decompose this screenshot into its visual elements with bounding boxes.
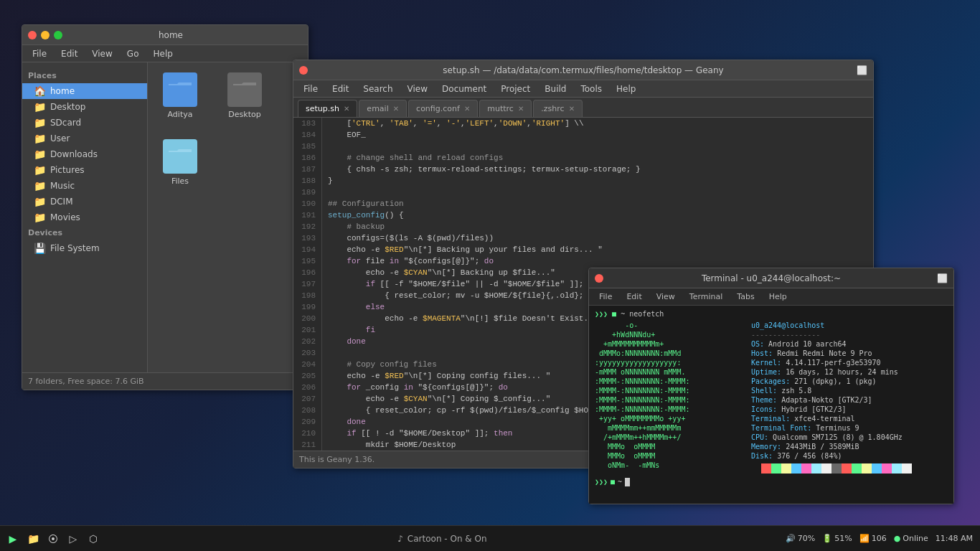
tab-close-setup[interactable]: ✕ <box>344 105 349 113</box>
term-menu-terminal[interactable]: Terminal <box>684 291 729 303</box>
code-line-183: 183 ['CTRL', 'TAB', '=', '-','LEFT','DOW… <box>293 118 873 129</box>
geany-close-button[interactable] <box>299 66 308 75</box>
sidebar-item-filesystem[interactable]: 💾 File System <box>22 240 147 256</box>
file-item-files[interactable]: Files <box>155 136 205 189</box>
geany-title: setup.sh — /data/data/com.termux/files/h… <box>314 65 853 75</box>
taskbar-terminal-icon[interactable]: ▶ <box>6 532 20 546</box>
geany-tab-config[interactable]: config.conf ✕ <box>408 100 478 117</box>
volume-icon: 🔊 <box>786 534 796 543</box>
terminal-title: Terminal - u0_a244@localhost:~ <box>609 273 933 283</box>
term-menu-edit[interactable]: Edit <box>621 291 647 303</box>
geany-menu-tools[interactable]: Tools <box>575 83 608 95</box>
file-label-files: Files <box>171 176 189 186</box>
term-menu-help[interactable]: Help <box>763 291 793 303</box>
geany-menu-search[interactable]: Search <box>357 83 398 95</box>
terminal-window-controls <box>595 274 603 283</box>
terminal-expand-button[interactable]: ⬜ <box>933 273 948 283</box>
fm-menu-help[interactable]: Help <box>147 47 178 60</box>
volume-value: 70% <box>798 534 815 543</box>
fm-places-label: Places <box>22 68 147 83</box>
neofetch-container: -o- +hWdNNNdu+ +mMMMMMMMMMMm+ dMMMo:NNNN… <box>595 321 948 474</box>
code-line-189: 189 <box>293 187 873 198</box>
volume-indicator: 🔊 70% <box>786 534 815 543</box>
tab-close-zshrc[interactable]: ✕ <box>569 105 575 113</box>
taskbar-left: ▶ 📁 ⦿ ▷ ⬡ <box>0 532 106 546</box>
folder-icon-light <box>163 139 197 174</box>
geany-menu-document[interactable]: Document <box>436 83 492 95</box>
fm-minimize-button[interactable] <box>41 31 50 39</box>
code-line-194: 194 echo -e $RED"\n[*] Backing up your f… <box>293 244 873 255</box>
folder-icon-4: 📁 <box>34 149 46 160</box>
fm-devices-label: Devices <box>22 225 147 240</box>
geany-menu-view[interactable]: View <box>402 83 433 95</box>
terminal-body[interactable]: ❯❯❯ ■ ~ neofetch -o- +hWdNNNdu+ +mMMMMMM… <box>589 306 953 504</box>
term-menu-view[interactable]: View <box>651 291 681 303</box>
geany-window-controls <box>299 66 308 75</box>
taskbar-files-icon[interactable]: 📁 <box>26 532 40 546</box>
tab-close-email[interactable]: ✕ <box>393 105 399 113</box>
time-value: 11:48 AM <box>936 534 973 543</box>
file-item-desktop[interactable]: Desktop <box>220 70 270 122</box>
taskbar-music: Cartoon - On & On <box>407 534 487 544</box>
network-icon: 📶 <box>859 534 870 543</box>
online-value: Online <box>903 534 928 543</box>
fm-menu-edit[interactable]: Edit <box>55 47 83 60</box>
taskbar-browser-icon[interactable]: ⦿ <box>46 532 60 546</box>
fm-menu-file[interactable]: File <box>27 47 52 60</box>
tab-close-muttrc[interactable]: ✕ <box>518 105 524 113</box>
tab-close-config[interactable]: ✕ <box>464 105 470 113</box>
code-line-185: 185 <box>293 141 873 152</box>
sidebar-item-music[interactable]: 📁 Music <box>22 178 147 194</box>
terminal-titlebar: Terminal - u0_a244@localhost:~ ⬜ <box>589 268 953 288</box>
folder-icon-7: 📁 <box>34 196 46 207</box>
geany-tab-muttrc[interactable]: muttrc ✕ <box>479 100 532 117</box>
fm-maximize-button[interactable] <box>54 31 62 39</box>
clock: 11:48 AM <box>936 534 973 543</box>
music-icon: ♪ <box>397 534 403 544</box>
taskbar-right: 🔊 70% 🔋 51% 📶 106 ● Online 11:48 AM <box>778 534 980 543</box>
sidebar-item-sdcard[interactable]: 📁 SDcard <box>22 115 147 131</box>
fm-sidebar: Places 🏠 home 📁 Desktop 📁 SDcard 📁 User … <box>22 62 148 372</box>
fm-menu-view[interactable]: View <box>86 47 118 60</box>
home-icon: 🏠 <box>34 85 46 97</box>
terminal-window: Terminal - u0_a244@localhost:~ ⬜ File Ed… <box>588 268 954 504</box>
geany-tab-setup[interactable]: setup.sh ✕ <box>298 100 357 117</box>
term-menu-tabs[interactable]: Tabs <box>731 291 760 303</box>
file-item-aditya[interactable]: Aditya <box>155 70 205 122</box>
geany-menu-build[interactable]: Build <box>539 83 572 95</box>
taskbar-github-icon[interactable]: ⬡ <box>86 532 100 546</box>
folder-icon: 📁 <box>34 101 46 113</box>
sidebar-item-downloads[interactable]: 📁 Downloads <box>22 146 147 162</box>
sidebar-item-desktop[interactable]: 📁 Desktop <box>22 99 147 115</box>
taskbar-media-icon[interactable]: ▷ <box>66 532 80 546</box>
file-manager-window: home File Edit View Go Help Places 🏠 hom… <box>22 24 308 390</box>
geany-menu-edit[interactable]: Edit <box>326 83 354 95</box>
geany-tab-zshrc[interactable]: .zshrc ✕ <box>533 100 583 117</box>
sidebar-item-user[interactable]: 📁 User <box>22 131 147 146</box>
folder-icon-gray <box>227 72 262 107</box>
geany-tab-email[interactable]: email ✕ <box>359 100 407 117</box>
sidebar-item-home[interactable]: 🏠 home <box>22 83 147 99</box>
sidebar-item-dcim[interactable]: 📁 DCIM <box>22 194 147 209</box>
geany-maximize-button[interactable]: ⬜ <box>853 65 867 75</box>
terminal-close-button[interactable] <box>595 274 603 283</box>
geany-menu-project[interactable]: Project <box>495 83 536 95</box>
fm-close-button[interactable] <box>28 31 37 39</box>
code-line-193: 193 configs=($(ls -A $(pwd)/files)) <box>293 232 873 244</box>
code-line-195: 195 for file in "${configs[@]}"; do <box>293 255 873 267</box>
fm-menu-go[interactable]: Go <box>121 47 145 60</box>
fm-main-area: Aditya Desktop <box>148 62 308 372</box>
geany-menu-help[interactable]: Help <box>611 83 641 95</box>
geany-menu-file[interactable]: File <box>298 83 324 95</box>
file-label-desktop: Desktop <box>228 110 260 119</box>
fm-titlebar: home <box>22 25 308 45</box>
neofetch-ascii: -o- +hWdNNNdu+ +mMMMMMMMMMMm+ dMMMo:NNNN… <box>595 321 745 474</box>
sidebar-item-pictures[interactable]: 📁 Pictures <box>22 162 147 178</box>
taskbar-center: ♪ Cartoon - On & On <box>106 534 778 544</box>
drive-icon: 💾 <box>34 242 46 254</box>
code-line-184: 184 EOF_ <box>293 129 873 141</box>
terminal-prompt-bottom[interactable]: ❯❯❯ ■ ~ <box>595 476 948 487</box>
sidebar-item-movies[interactable]: 📁 Movies <box>22 209 147 225</box>
neofetch-info: u0_a244@localhost----------------OS: And… <box>751 321 912 474</box>
term-menu-file[interactable]: File <box>593 291 618 303</box>
